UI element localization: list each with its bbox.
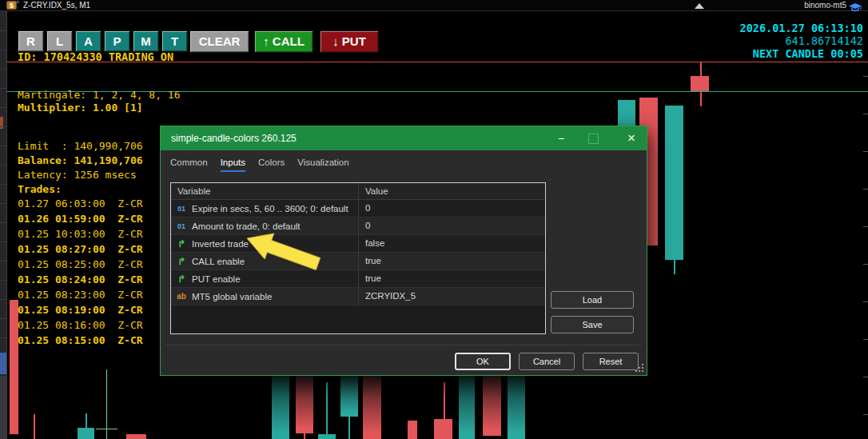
param-value[interactable]: true [359,270,381,287]
mt5-terminal-window: $ + Z-CRY.IDX_5s, M1 binomo-mt5 RLAPMT C… [0,0,868,439]
toolbar-button-m[interactable]: M [133,30,159,52]
tab-colors[interactable]: Colors [258,158,285,172]
price-tick [863,151,868,152]
left-panel-separator [0,50,6,50]
tab-marker-icon [695,3,704,9]
left-panel-separator [0,107,6,108]
left-panel-separator [0,318,6,319]
candle-bearish [700,62,702,106]
resize-grip[interactable] [642,370,643,372]
toolbar-button-p[interactable]: P [104,30,130,52]
param-value[interactable]: false [359,235,384,252]
param-value[interactable]: 0 [359,200,370,217]
ok-button[interactable]: OK [455,353,511,370]
trade-row: 01.25 08:16:00 Z-CR [18,317,160,333]
price-tick [863,189,868,190]
put-button[interactable]: ↓ PUT [320,30,379,53]
param-row[interactable]: ↱CALL enabletrue [171,253,545,270]
dialog-tabs: Common Inputs Colors Visualization [170,158,349,172]
minimize-icon[interactable]: − [549,126,573,150]
parameters-table: Variable Value 01Expire in secs, 5, 60 .… [170,182,546,334]
tab-common[interactable]: Common [170,158,208,172]
table-header: Variable Value [171,183,545,200]
param-row[interactable]: ↱PUT enabletrue [171,270,545,288]
candle-bearish [408,421,417,439]
left-panel-separator [0,280,6,281]
dialog-title: simple-candle-colors 260.125 [171,126,297,150]
variable-column-header: Variable [171,183,359,199]
param-row[interactable]: abMT5 global variableZCRYIDX_5 [171,288,545,305]
next-candle-countdown: NEXT CANDLE 00:05 [753,47,863,60]
price-tick [863,377,868,377]
left-panel-separator [0,184,6,185]
candle-bearish [304,433,305,439]
load-button[interactable]: Load [551,291,634,309]
left-panel-separator [0,69,6,70]
close-icon[interactable]: × [619,126,643,150]
trading-id-status: ID: 170424330 TRADING ON [18,50,173,63]
param-label: PUT enable [192,274,241,284]
price-tick [863,264,868,265]
param-value[interactable]: true [359,253,381,269]
candle-bearish [126,434,146,439]
param-label: MT5 global variable [192,292,272,301]
toolbar-button-a[interactable]: A [75,30,102,52]
cancel-button[interactable]: Cancel [519,353,575,370]
trade-row: 01.27 06:03:00 Z-CR [18,196,160,211]
param-name: 01Expire in secs, 5, 60 .. 3600; 0: defa… [171,200,359,217]
left-panel-separator [0,88,6,89]
toolbar-button-l[interactable]: L [46,30,73,52]
account-name: binomo-mt5 [804,1,846,10]
candle-bullish [326,382,328,434]
left-panel-selected-item [0,353,6,374]
param-row[interactable]: ↱Inverted tradefalse [171,235,545,253]
chart-title: Z-CRY.IDX_5s, M1 [23,1,90,10]
param-value[interactable]: 0 [359,218,370,234]
trade-row: 01.25 08:15:00 Z-CR [18,333,160,348]
candle-bullish [665,106,683,260]
price-tick [863,414,868,415]
chart-tab-bar: $ + Z-CRY.IDX_5s, M1 binomo-mt5 [0,0,868,11]
candle-bullish [340,376,358,417]
param-value[interactable]: ZCRYIDX_5 [359,288,416,305]
left-panel-separator [0,203,6,204]
left-panel-separator [0,337,6,338]
server-datetime: 2026.01.27 06:13:10 [740,22,863,34]
toolbar-button-r[interactable]: R [18,30,44,52]
string-type-icon: ab [175,292,188,301]
tab-inputs[interactable]: Inputs [221,158,245,172]
candle-bullish [508,376,525,439]
param-row[interactable]: 01Amount to trade, 0: default0 [171,218,545,235]
candle-bullish [459,376,475,439]
price-tick [863,76,868,77]
martingale-line: Martingale: 1, 2, 4, 8, 16 [18,89,181,101]
clear-button[interactable]: CLEAR [189,30,249,53]
candle-bearish [296,376,313,433]
save-button[interactable]: Save [551,316,634,333]
price-tick [863,301,868,302]
param-row[interactable]: 01Expire in secs, 5, 60 .. 3600; 0: defa… [171,200,545,218]
strategy-info: Martingale: 1, 2, 4, 8, 16Multiplier: 1.… [18,89,181,114]
left-panel-footer [0,376,6,439]
param-name: abMT5 global variable [171,288,359,305]
maximize-icon[interactable] [588,134,599,144]
dialog-titlebar[interactable]: simple-candle-colors 260.125 − × [161,126,647,150]
reset-button[interactable]: Reset [583,353,639,370]
price-tick [863,339,868,340]
trade-row: 01.25 10:03:00 Z-CR [18,226,160,241]
trade-row: 01.26 01:59:00 Z-CR [18,211,160,226]
annotation-arrow-icon [238,230,328,275]
trade-row: 01.25 08:27:00 Z-CR [18,241,160,257]
left-panel-separator [0,126,6,127]
left-panel-separator [0,299,6,300]
graduation-cap-icon [849,1,862,15]
param-label: Amount to trade, 0: default [192,221,301,231]
candle-bullish [272,376,289,439]
bool-type-icon: ↱ [175,256,188,267]
candle-bullish [674,260,675,274]
current-price: 641.86714142 [785,34,863,47]
inputs-dialog: simple-candle-colors 260.125 − × Common … [160,126,647,376]
toolbar-button-t[interactable]: T [161,30,188,52]
tab-visualization[interactable]: Visualization [297,158,348,172]
call-button[interactable]: ↑ CALL [254,30,313,53]
